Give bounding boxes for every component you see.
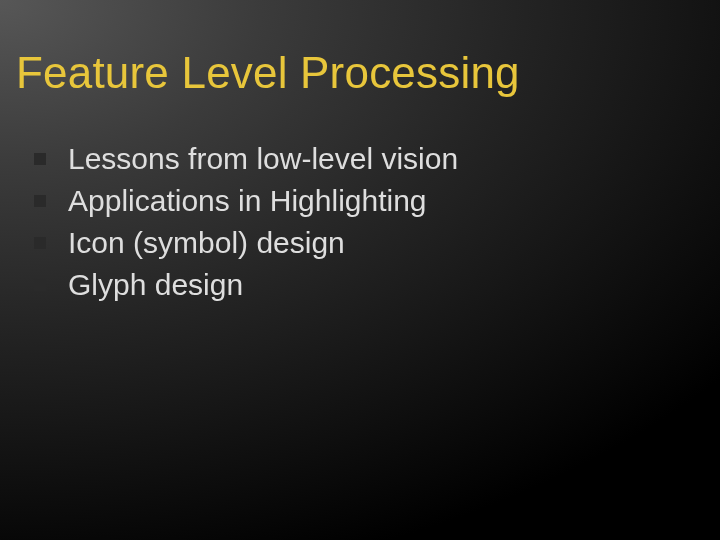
bullet-text: Lessons from low-level vision bbox=[68, 140, 458, 178]
slide: Feature Level Processing Lessons from lo… bbox=[0, 0, 720, 540]
list-item: Applications in Highlighting bbox=[34, 182, 458, 220]
bullet-text: Glyph design bbox=[68, 266, 243, 304]
list-item: Lessons from low-level vision bbox=[34, 140, 458, 178]
list-item: Glyph design bbox=[34, 266, 458, 304]
square-bullet-icon bbox=[34, 279, 46, 291]
square-bullet-icon bbox=[34, 153, 46, 165]
list-item: Icon (symbol) design bbox=[34, 224, 458, 262]
bullet-text: Icon (symbol) design bbox=[68, 224, 345, 262]
square-bullet-icon bbox=[34, 237, 46, 249]
bullet-text: Applications in Highlighting bbox=[68, 182, 427, 220]
slide-title: Feature Level Processing bbox=[16, 48, 520, 98]
square-bullet-icon bbox=[34, 195, 46, 207]
bullet-list: Lessons from low-level vision Applicatio… bbox=[34, 140, 458, 308]
